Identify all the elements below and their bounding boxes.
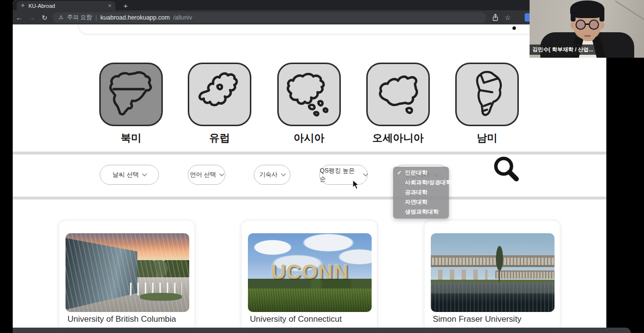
presenter-name-caption: 김민수[ 학부재학 / 산업... bbox=[530, 44, 596, 55]
sfu-campus-photo bbox=[431, 233, 555, 312]
hero-dot bbox=[512, 26, 516, 30]
presenter-hair bbox=[600, 13, 604, 22]
wall-line bbox=[615, 0, 644, 26]
url-path: /alluniv bbox=[173, 14, 192, 21]
weather-select-label: 날씨 선택 bbox=[112, 171, 138, 179]
toolbar-right-icons: ☆ bbox=[491, 13, 511, 22]
reload-icon[interactable]: ↻ bbox=[38, 14, 51, 21]
tab-close-icon[interactable]: × bbox=[108, 2, 111, 9]
url-separator: | bbox=[95, 14, 97, 21]
language-select[interactable]: 언어 선택 bbox=[188, 165, 225, 185]
menu-item-life-science[interactable]: 생명과학대학 bbox=[393, 209, 449, 215]
language-select-label: 언어 선택 bbox=[190, 171, 216, 179]
continent-item-south-america[interactable]: 남미 bbox=[455, 63, 519, 145]
south-america-icon bbox=[455, 63, 519, 126]
hero-panel bbox=[78, 24, 595, 34]
webpage-content: 북미 유럽 bbox=[13, 24, 606, 328]
browser-toolbar: ← → ↻ ⚠ 주의 요함 | kuabroad.herokuapp.com/a… bbox=[13, 10, 606, 24]
security-warning-text: 주의 요함 bbox=[67, 13, 92, 22]
share-icon[interactable] bbox=[491, 13, 500, 22]
tab-strip: ✈ KU-Abroad × + bbox=[13, 0, 606, 10]
menu-item-label: 자연대학 bbox=[405, 200, 427, 205]
continent-item-north-america[interactable]: 북미 bbox=[99, 63, 163, 145]
uconn-sign-text: UCONN bbox=[248, 260, 372, 284]
chevron-down-icon bbox=[219, 172, 224, 177]
continent-item-asia[interactable]: 아시아 bbox=[277, 63, 341, 145]
europe-icon bbox=[188, 63, 251, 126]
chevron-down-icon bbox=[142, 172, 147, 177]
presenter-glasses bbox=[576, 20, 586, 30]
continent-label: 남미 bbox=[455, 131, 519, 145]
presenter-mouth bbox=[584, 35, 591, 37]
paper-plane-favicon-icon: ✈ bbox=[21, 3, 25, 8]
college-dropdown-menu: ✓ 인문대학 사회과학/정경대학 공과대학 자연대학 생명과학대학 bbox=[393, 167, 449, 219]
dormitory-select[interactable]: 기숙사 bbox=[254, 165, 290, 185]
webcam-overlay: 김민수[ 학부재학 / 산업... bbox=[530, 0, 644, 58]
video-progress-bar bbox=[13, 328, 631, 333]
browser-tab-ku-abroad[interactable]: ✈ KU-Abroad × bbox=[17, 1, 115, 10]
weather-select[interactable]: 날씨 선택 bbox=[100, 165, 159, 185]
menu-item-label: 공과대학 bbox=[405, 190, 427, 196]
continent-item-oceania[interactable]: 오세아니아 bbox=[366, 63, 430, 145]
university-card-uconn[interactable]: UCONN University of Connecticut bbox=[241, 220, 378, 328]
browser-window: ✈ KU-Abroad × + ← → ↻ ⚠ 주의 요함 | kuabroad… bbox=[13, 0, 606, 328]
ubc-campus-photo bbox=[66, 233, 189, 312]
continent-label: 오세아니아 bbox=[366, 131, 430, 145]
url-bar[interactable]: ⚠ 주의 요함 | kuabroad.herokuapp.com/alluniv bbox=[53, 12, 486, 23]
chevron-down-icon bbox=[281, 172, 286, 177]
dormitory-select-label: 기숙사 bbox=[259, 171, 278, 179]
continent-label: 유럽 bbox=[188, 131, 251, 145]
north-america-icon bbox=[99, 63, 163, 126]
search-button[interactable] bbox=[491, 154, 520, 183]
new-tab-button[interactable]: + bbox=[121, 1, 130, 10]
warning-icon[interactable]: ⚠ bbox=[59, 14, 64, 21]
university-card-title: University of British Columbia bbox=[67, 314, 176, 324]
mouse-cursor bbox=[352, 180, 360, 192]
university-card-title: University of Connecticut bbox=[250, 314, 342, 324]
presenter-hair bbox=[571, 13, 576, 22]
continent-item-europe[interactable]: 유럽 bbox=[188, 63, 251, 145]
qs-ranking-select[interactable]: QS랭킹 높은순 bbox=[319, 165, 368, 185]
uconn-sign-photo: UCONN bbox=[248, 233, 372, 312]
university-card-ubc[interactable]: University of British Columbia bbox=[59, 220, 195, 328]
presenter-glasses-bridge bbox=[585, 23, 589, 25]
presenter-glasses bbox=[589, 20, 599, 30]
menu-item-natural-science[interactable]: 자연대학 bbox=[393, 200, 449, 205]
university-card-sfu[interactable]: Simon Fraser University bbox=[424, 220, 560, 328]
bookmark-star-icon[interactable]: ☆ bbox=[505, 14, 511, 22]
menu-item-engineering[interactable]: 공과대학 bbox=[393, 190, 449, 196]
back-icon[interactable]: ← bbox=[13, 14, 25, 21]
forward-icon: → bbox=[25, 14, 38, 21]
menu-item-label: 사회과학/정경대학 bbox=[405, 180, 451, 186]
tab-title: KU-Abroad bbox=[28, 3, 104, 9]
chevron-down-icon bbox=[363, 172, 368, 177]
asia-icon bbox=[277, 63, 341, 126]
continent-label: 북미 bbox=[99, 131, 163, 145]
continent-label: 아시아 bbox=[277, 131, 341, 145]
checkmark-icon: ✓ bbox=[397, 170, 402, 176]
video-frame: ✈ KU-Abroad × + ← → ↻ ⚠ 주의 요함 | kuabroad… bbox=[0, 0, 644, 333]
url-host: kuabroad.herokuapp.com bbox=[100, 14, 170, 21]
menu-item-label: 생명과학대학 bbox=[405, 209, 439, 215]
section-divider bbox=[13, 197, 606, 200]
menu-item-label: 인문대학 bbox=[405, 170, 427, 176]
menu-item-humanities[interactable]: ✓ 인문대학 bbox=[393, 170, 449, 176]
menu-item-social-science[interactable]: 사회과학/정경대학 bbox=[393, 180, 449, 186]
oceania-icon bbox=[366, 63, 430, 126]
university-card-title: Simon Fraser University bbox=[433, 314, 521, 324]
search-icon bbox=[491, 154, 520, 183]
